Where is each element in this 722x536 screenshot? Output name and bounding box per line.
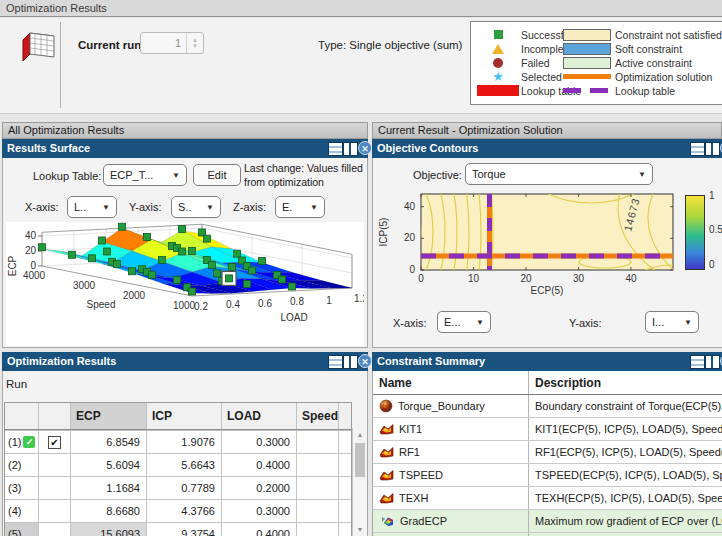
constraint-name: Torque_Boundary — [373, 395, 529, 417]
y-axis-dropdown[interactable]: S.. ▼ — [171, 196, 221, 218]
constraint-name: TSPEED — [373, 464, 529, 486]
objective-dropdown[interactable]: Torque ▼ — [465, 163, 653, 185]
row-checkbox[interactable]: ✔ — [48, 436, 61, 449]
split-rows-icon[interactable] — [328, 355, 343, 369]
value-cell[interactable]: 15.6093 — [71, 523, 147, 536]
spinner-arrows-icon[interactable]: ▲▼ — [186, 33, 203, 53]
x-axis-dropdown[interactable]: L.. ▼ — [67, 196, 117, 218]
checkbox-cell[interactable] — [39, 477, 71, 499]
value-cell[interactable]: 0.2000 — [222, 477, 297, 499]
z-axis-value: E. — [282, 201, 292, 213]
column-header-name[interactable]: Name — [373, 371, 529, 394]
y-axis-label: Y-axis: — [129, 201, 162, 213]
split-rows-icon[interactable] — [328, 142, 343, 156]
checkbox-cell[interactable]: ✔ — [39, 431, 71, 453]
scroll-down-icon[interactable]: ▼ — [353, 526, 367, 533]
scroll-up-icon[interactable]: ▲ — [353, 431, 367, 438]
split-columns-icon[interactable] — [705, 355, 720, 369]
circle-icon — [475, 58, 521, 68]
window-title: Optimization Results — [0, 0, 722, 17]
column-header-load[interactable]: LOAD — [222, 403, 297, 429]
table-scrollbar[interactable]: ▲ ▼ — [352, 428, 367, 536]
box-icon — [563, 43, 615, 55]
table-row[interactable]: (5)15.60939.37540.4000 — [5, 522, 351, 536]
value-cell[interactable]: 1.1684 — [71, 477, 147, 499]
column-header-description[interactable]: Description — [529, 371, 722, 394]
objective-value: Torque — [472, 168, 506, 180]
value-cell[interactable] — [297, 431, 339, 453]
svg-text:LOAD: LOAD — [280, 312, 307, 323]
checkbox-cell[interactable] — [39, 500, 71, 522]
svg-text:40: 40 — [404, 201, 416, 212]
constraint-summary-table: NameDescriptionTorque_BoundaryBoundary c… — [373, 371, 722, 536]
legend-box: SuccessfulIncompleteFailed★SelectedLooku… — [470, 21, 722, 105]
row-label: (2) — [5, 454, 39, 476]
value-cell[interactable] — [297, 500, 339, 522]
value-cell[interactable]: 0.4000 — [222, 523, 297, 536]
contour-x-axis-dropdown[interactable]: E... ▼ — [437, 311, 491, 333]
value-cell[interactable] — [297, 454, 339, 476]
split-rows-icon[interactable] — [690, 355, 705, 369]
constraint-row[interactable]: TEXHTEXH(ECP(5), ICP(5), LOAD(5), Speed — [373, 487, 722, 510]
split-columns-icon[interactable] — [705, 142, 720, 156]
value-cell[interactable] — [297, 523, 339, 536]
close-icon[interactable]: ✕ — [358, 354, 372, 368]
value-cell[interactable]: 0.7789 — [147, 477, 222, 499]
table-row[interactable]: (1)✓✔6.85491.90760.3000 — [5, 430, 351, 453]
results-surface-title: Results Surface — [7, 142, 90, 154]
value-cell[interactable]: 5.6094 — [71, 454, 147, 476]
constraint-row[interactable]: TSPEEDTSPEED(ECP(5), ICP(5), LOAD(5), Sp — [373, 464, 722, 487]
constraint-row[interactable]: GradECPMaximum row gradient of ECP over … — [373, 510, 722, 533]
table-row[interactable]: (4)8.66804.37660.3000 — [5, 499, 351, 522]
value-cell[interactable]: 8.6680 — [71, 500, 147, 522]
constraint-row[interactable]: RF1RF1(ECP(5), ICP(5), LOAD(5), Speed(5 — [373, 441, 722, 464]
value-cell[interactable] — [297, 477, 339, 499]
value-cell[interactable]: 0.3000 — [222, 431, 297, 453]
colorbar-tick-1: 1 — [709, 190, 715, 201]
table-row[interactable]: (2)5.60945.66430.4000 — [5, 453, 351, 476]
close-icon[interactable]: ✕ — [358, 141, 372, 155]
svg-text:40: 40 — [625, 273, 637, 284]
column-header-ecp[interactable]: ECP — [71, 403, 147, 429]
results-surface-header: Results Surface ✕ — [2, 139, 368, 158]
value-cell[interactable]: 5.6643 — [147, 454, 222, 476]
svg-text:1: 1 — [326, 295, 332, 306]
legend-item: Lookup table — [563, 85, 722, 97]
svg-text:2000: 2000 — [123, 290, 146, 301]
column-header-icp[interactable]: ICP — [147, 403, 222, 429]
legend-label: Optimization solution — [615, 71, 712, 83]
split-rows-icon[interactable] — [690, 142, 705, 156]
constraint-summary-title: Constraint Summary — [377, 355, 485, 367]
toolbar-divider — [60, 22, 61, 108]
split-columns-icon[interactable] — [343, 142, 358, 156]
results-surface-plot[interactable]: 0204040003000200010000.20.40.60.811.2Spe… — [6, 222, 364, 346]
constraint-name: GradECP — [373, 510, 529, 532]
objective-contour-plot[interactable]: 14673 01020304002040ECP(5)ICP(5) — [373, 188, 722, 306]
z-axis-dropdown[interactable]: E. ▼ — [275, 196, 325, 218]
constraint-row[interactable]: KIT1KIT1(ECP(5), ICP(5), LOAD(5), Speed( — [373, 418, 722, 441]
value-cell[interactable]: 4.3766 — [147, 500, 222, 522]
checkbox-cell[interactable] — [39, 523, 71, 536]
surface-icon — [379, 423, 394, 435]
scrollbar-thumb[interactable] — [355, 443, 365, 477]
current-run-spinner[interactable]: 1 ▲▼ — [140, 32, 204, 54]
lookup-table-dropdown[interactable]: ECP_T... ▼ — [103, 164, 187, 186]
constraint-row[interactable]: Torque_BoundaryBoundary constraint of To… — [373, 395, 722, 418]
table-row[interactable]: (3)1.16840.77890.2000 — [5, 476, 351, 499]
constraint-description: TEXH(ECP(5), ICP(5), LOAD(5), Speed — [529, 487, 722, 509]
value-cell[interactable]: 0.3000 — [222, 500, 297, 522]
checkbox-cell[interactable] — [39, 454, 71, 476]
constraint-name: RF1 — [373, 441, 529, 463]
value-cell[interactable]: 1.9076 — [147, 431, 222, 453]
value-cell[interactable]: 6.8549 — [71, 431, 147, 453]
column-header-speed[interactable]: Speed — [297, 403, 339, 429]
value-cell[interactable]: 9.3754 — [147, 523, 222, 536]
contour-y-axis-dropdown[interactable]: I... ▼ — [645, 311, 699, 333]
successful-icon: ✓ — [23, 436, 35, 448]
gradient-icon — [379, 515, 395, 527]
filler-cell — [339, 477, 351, 499]
split-columns-icon[interactable] — [343, 355, 358, 369]
legend-regions: Constraint not satisfiedSoft constraintA… — [563, 29, 722, 97]
value-cell[interactable]: 0.4000 — [222, 454, 297, 476]
edit-button[interactable]: Edit — [193, 164, 241, 186]
